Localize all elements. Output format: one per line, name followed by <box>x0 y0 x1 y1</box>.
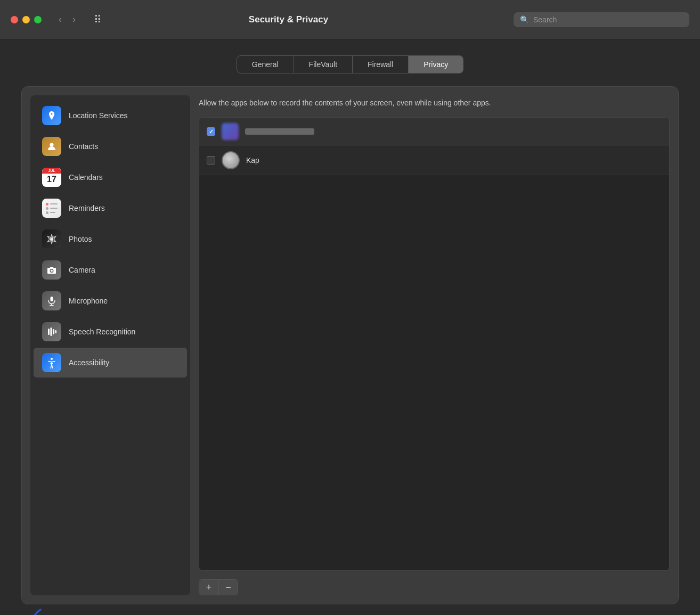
contacts-icon <box>42 137 61 156</box>
app-icon-thumb-1 <box>222 123 239 140</box>
close-button[interactable] <box>11 16 18 23</box>
sidebar-item-speech-recognition[interactable]: Speech Recognition <box>34 317 187 347</box>
svg-rect-3 <box>51 297 53 301</box>
reminders-icon <box>42 199 61 218</box>
add-remove-group: + − <box>199 579 238 595</box>
app-list-item: blurred <box>199 118 669 146</box>
location-services-label: Location Services <box>69 111 128 120</box>
minimize-button[interactable] <box>22 16 30 23</box>
svg-rect-9 <box>55 330 57 333</box>
app-checkbox-kap[interactable] <box>207 156 215 165</box>
sidebar-item-camera[interactable]: Camera <box>34 255 187 285</box>
kap-label: Kap <box>246 156 259 165</box>
camera-icon <box>42 260 61 280</box>
right-panel: Allow the apps below to record the conte… <box>199 95 670 595</box>
traffic-lights <box>11 16 42 23</box>
back-button[interactable]: ‹ <box>55 12 65 27</box>
empty-list-area <box>199 175 669 570</box>
accessibility-icon <box>42 353 61 372</box>
camera-label: Camera <box>69 266 95 274</box>
speech-recognition-label: Speech Recognition <box>69 327 135 336</box>
add-remove-buttons: + − <box>199 579 670 595</box>
tab-privacy[interactable]: Privacy <box>409 55 463 73</box>
speech-recognition-icon <box>42 322 61 341</box>
microphone-icon <box>42 291 61 310</box>
sidebar-item-photos[interactable]: Photos <box>34 224 187 254</box>
maximize-button[interactable] <box>34 16 42 23</box>
sidebar-list: Location Services Contacts JUL 17 <box>30 95 190 595</box>
svg-point-10 <box>51 358 53 360</box>
photos-label: Photos <box>69 235 92 243</box>
titlebar: ‹ › ⠿ Security & Privacy 🔍 <box>0 0 700 39</box>
search-bar: 🔍 <box>514 12 689 27</box>
calendars-label: Calendars <box>69 173 103 182</box>
app-name-1: blurred <box>245 128 314 135</box>
grid-button[interactable]: ⠿ <box>89 11 106 28</box>
accessibility-label: Accessibility <box>69 358 109 367</box>
location-services-icon <box>42 106 61 125</box>
search-input[interactable] <box>533 15 683 24</box>
window-title: Security & Privacy <box>115 14 462 25</box>
main-content: General FileVault Firewall Privacy Locat… <box>0 39 700 615</box>
calendars-icon: JUL 17 <box>42 168 61 187</box>
tab-filevault[interactable]: FileVault <box>294 55 353 73</box>
sidebar-item-reminders[interactable]: Reminders <box>34 193 187 223</box>
tab-general[interactable]: General <box>237 55 294 73</box>
arrow-indicator <box>26 608 47 615</box>
sidebar-item-location-services[interactable]: Location Services <box>34 101 187 130</box>
search-icon: 🔍 <box>520 15 529 24</box>
remove-app-button[interactable]: − <box>218 580 238 595</box>
sidebar-item-accessibility[interactable]: Accessibility <box>34 348 187 378</box>
sidebar-item-contacts[interactable]: Contacts <box>34 132 187 161</box>
sidebar-item-calendars[interactable]: JUL 17 Calendars <box>34 162 187 192</box>
svg-rect-8 <box>53 329 54 334</box>
photos-icon <box>42 229 61 249</box>
app-checkbox-1[interactable] <box>207 127 215 136</box>
svg-point-1 <box>50 237 53 241</box>
svg-point-2 <box>51 270 53 272</box>
svg-point-0 <box>50 143 54 147</box>
svg-rect-6 <box>48 329 50 335</box>
microphone-label: Microphone <box>69 297 108 305</box>
reminders-label: Reminders <box>69 204 105 212</box>
add-app-button[interactable]: + <box>199 580 218 595</box>
panel-container: Location Services Contacts JUL 17 <box>21 86 679 604</box>
apps-list-container: blurred Kap <box>199 117 670 571</box>
description-text: Allow the apps below to record the conte… <box>199 95 670 111</box>
tab-firewall[interactable]: Firewall <box>353 55 409 73</box>
tabs: General FileVault Firewall Privacy <box>21 55 679 73</box>
kap-icon <box>222 151 240 169</box>
svg-rect-7 <box>51 327 52 336</box>
nav-buttons: ‹ › <box>55 12 79 27</box>
forward-button[interactable]: › <box>69 12 79 27</box>
app-list-item-kap: Kap <box>199 146 669 175</box>
sidebar-item-microphone[interactable]: Microphone <box>34 286 187 316</box>
contacts-label: Contacts <box>69 142 98 151</box>
